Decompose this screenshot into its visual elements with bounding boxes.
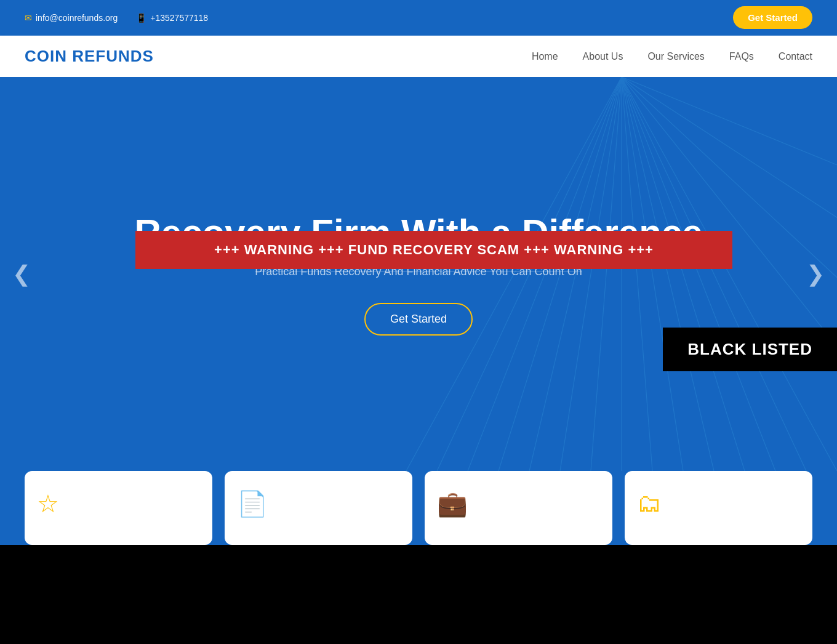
carousel-prev-button[interactable]: ❮ <box>12 261 31 287</box>
document-icon: 📄 <box>237 489 268 518</box>
star-icon: ☆ <box>37 489 59 518</box>
nav-link-contact[interactable]: Contact <box>779 51 812 62</box>
feature-card-1: ☆ <box>25 471 212 545</box>
top-get-started-button[interactable]: Get Started <box>733 6 812 29</box>
blacklisted-badge: BLACK LISTED <box>663 328 837 371</box>
warning-banner: +++ WARNING +++ FUND RECOVERY SCAM +++ W… <box>135 231 732 269</box>
email-contact: ✉ info@coinrefunds.org <box>25 13 118 23</box>
svg-line-18 <box>622 77 837 200</box>
hero-cta-button[interactable]: Get Started <box>364 303 473 336</box>
nav-link-home[interactable]: Home <box>532 51 558 62</box>
nav-item-home[interactable]: Home <box>532 51 558 62</box>
feature-card-2: 📄 <box>225 471 412 545</box>
nav-item-faqs[interactable]: FAQs <box>729 51 754 62</box>
carousel-next-button[interactable]: ❯ <box>806 261 825 287</box>
nav-item-services[interactable]: Our Services <box>647 51 704 62</box>
feature-card-3: 💼 <box>425 471 612 545</box>
hero-section: ❮ Recovery Firm With a Difference Practi… <box>0 77 837 471</box>
phone-contact: 📱 +13527577118 <box>136 13 208 23</box>
nav-link-services[interactable]: Our Services <box>647 51 704 62</box>
email-address: info@coinrefunds.org <box>36 13 118 23</box>
feature-card-4: 🗂 <box>625 471 812 545</box>
features-row: ☆ 📄 💼 🗂 <box>0 471 837 545</box>
site-logo: COIN REFUNDS <box>25 47 154 66</box>
nav-item-about[interactable]: About Us <box>583 51 623 62</box>
nav-link-about[interactable]: About Us <box>583 51 623 62</box>
warning-text: +++ WARNING +++ FUND RECOVERY SCAM +++ W… <box>214 242 654 257</box>
nav-links: Home About Us Our Services FAQs Contact <box>532 51 812 62</box>
navbar: COIN REFUNDS Home About Us Our Services … <box>0 36 837 77</box>
email-icon: ✉ <box>25 13 32 23</box>
top-bar: ✉ info@coinrefunds.org 📱 +13527577118 Ge… <box>0 0 837 36</box>
phone-number: +13527577118 <box>150 13 208 23</box>
blacklisted-text: BLACK LISTED <box>687 340 812 358</box>
briefcase-icon: 💼 <box>437 489 468 518</box>
nav-link-faqs[interactable]: FAQs <box>729 51 754 62</box>
layers-icon: 🗂 <box>637 489 662 517</box>
contact-info: ✉ info@coinrefunds.org 📱 +13527577118 <box>25 13 208 23</box>
nav-item-contact[interactable]: Contact <box>779 51 812 62</box>
phone-icon: 📱 <box>136 13 146 23</box>
